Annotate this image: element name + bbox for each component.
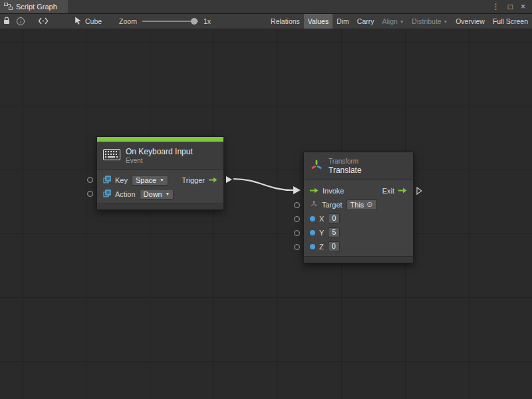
tab-title: Script Graph [16, 3, 57, 11]
port-type-icon [103, 176, 111, 185]
chevron-down-icon: ▼ [160, 178, 164, 183]
graph-canvas[interactable]: On Keyboard Input Event Key Space ▼ Trig… [0, 29, 532, 399]
node-header: Transform Translate [304, 152, 413, 180]
target-object-value: This [350, 201, 364, 209]
exit-output-port[interactable] [416, 187, 422, 196]
node-title: On Keyboard Input [126, 147, 193, 156]
dim-button[interactable]: Dim [332, 14, 353, 29]
y-label: Y [319, 229, 324, 237]
x-input-port[interactable] [294, 216, 300, 222]
z-row: Z 0 [304, 239, 413, 253]
port-type-icon [103, 190, 111, 199]
key-label: Key [115, 176, 128, 184]
node-on-keyboard-input[interactable]: On Keyboard Input Event Key Space ▼ Trig… [96, 136, 224, 210]
chevron-down-icon: ▼ [166, 192, 170, 197]
node-body: Key Space ▼ Trigger Action Down ▼ [97, 170, 223, 201]
node-footer [304, 256, 413, 263]
invoke-label: Invoke [323, 187, 344, 195]
fullscreen-button[interactable]: Full Screen [489, 14, 532, 29]
y-row: Y 5 [304, 225, 413, 239]
object-picker-icon: ⊙ [366, 200, 372, 209]
zoom-slider[interactable] [142, 21, 198, 22]
carry-button[interactable]: Carry [353, 14, 378, 29]
maximize-icon[interactable]: □ [508, 3, 513, 11]
relations-button[interactable]: Relations [267, 14, 304, 29]
action-label: Action [115, 190, 136, 198]
node-title-block: On Keyboard Input Event [126, 147, 193, 164]
x-label: X [319, 215, 324, 223]
align-button[interactable]: Align ▼ [378, 14, 408, 29]
chevron-down-icon: ▼ [400, 20, 404, 25]
carry-label: Carry [357, 17, 374, 25]
inspect-button[interactable]: i [13, 14, 28, 29]
zoom-value: 1x [203, 17, 211, 25]
node-title: Translate [329, 166, 362, 175]
value-port-icon [310, 230, 315, 235]
x-value-field[interactable]: 0 [328, 213, 340, 223]
exit-label: Exit [382, 187, 394, 195]
trigger-flow-arrow-icon [209, 177, 217, 183]
z-input-port[interactable] [294, 244, 300, 250]
dim-label: Dim [336, 17, 349, 25]
target-object-button[interactable]: This ⊙ [346, 200, 377, 210]
zoom-label: Zoom [119, 17, 137, 25]
node-title-block: Transform Translate [329, 158, 362, 175]
graph-target-button[interactable]: Cube [69, 14, 107, 29]
key-dropdown-value: Space [136, 176, 156, 184]
key-row: Key Space ▼ Trigger [97, 173, 223, 187]
invoke-flow-arrow-icon [310, 188, 319, 194]
graph-toolbar: i Cube Zoom 1x Relations Values Dim Carr… [0, 14, 532, 29]
key-dropdown[interactable]: Space ▼ [132, 175, 168, 186]
z-value-field[interactable]: 0 [328, 241, 340, 251]
action-input-port[interactable] [87, 191, 93, 197]
close-icon[interactable]: × [521, 3, 525, 11]
lock-button[interactable] [0, 14, 13, 29]
edit-code-button[interactable] [35, 14, 52, 29]
code-icon [38, 17, 49, 26]
node-footer [97, 203, 223, 209]
fullscreen-label: Full Screen [493, 17, 528, 25]
key-input-port[interactable] [87, 177, 93, 183]
action-dropdown[interactable]: Down ▼ [140, 189, 174, 200]
x-row: X 0 [304, 211, 413, 225]
relations-label: Relations [271, 17, 300, 25]
action-dropdown-value: Down [144, 190, 162, 198]
event-accent-strip [97, 137, 223, 142]
distribute-button[interactable]: Distribute ▼ [408, 14, 452, 29]
connection-wire[interactable] [0, 29, 532, 399]
z-label: Z [319, 243, 324, 251]
target-label: Target [322, 201, 342, 209]
trigger-output-port[interactable] [226, 176, 232, 183]
graph-target-label: Cube [85, 17, 102, 25]
node-subtitle: Event [126, 157, 193, 164]
keyboard-icon [103, 149, 120, 162]
y-value-field[interactable]: 5 [328, 227, 340, 237]
transform-mini-icon [310, 200, 318, 209]
lock-icon [3, 17, 10, 26]
align-label: Align [382, 17, 398, 25]
target-input-port[interactable] [294, 202, 300, 208]
exit-flow-arrow-icon [398, 188, 407, 194]
zoom-control: Zoom 1x [119, 17, 211, 25]
cursor-icon [74, 17, 82, 26]
trigger-label: Trigger [182, 176, 205, 184]
node-translate[interactable]: Transform Translate Invoke Exit [303, 152, 414, 263]
y-input-port[interactable] [294, 230, 300, 236]
overview-button[interactable]: Overview [452, 14, 489, 29]
overview-label: Overview [456, 17, 485, 25]
value-port-icon [310, 216, 315, 221]
info-icon: i [17, 17, 25, 25]
node-header: On Keyboard Input Event [97, 142, 223, 170]
kebab-menu-icon[interactable]: ⋮ [492, 3, 500, 11]
tab-script-graph[interactable]: Script Graph [0, 0, 68, 13]
action-row: Action Down ▼ [97, 187, 223, 201]
values-button[interactable]: Values [304, 14, 332, 29]
toolbar-buttons: Relations Values Dim Carry Align ▼ Distr… [267, 14, 532, 29]
distribute-label: Distribute [412, 17, 441, 25]
zoom-slider-knob[interactable] [191, 18, 198, 25]
target-row: Target This ⊙ [304, 198, 413, 211]
window-titlebar: Script Graph ⋮ □ × [0, 0, 532, 14]
node-category: Transform [329, 158, 362, 165]
transform-icon [310, 159, 323, 174]
node-body: Invoke Exit Target This [304, 180, 413, 253]
